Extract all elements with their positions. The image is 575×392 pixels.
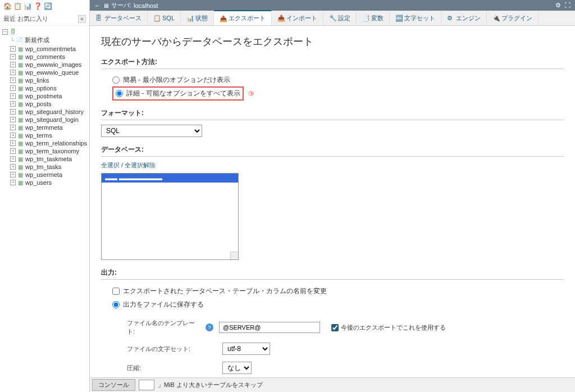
tab-設定[interactable]: 🔧設定 <box>323 11 357 25</box>
format-heading: フォーマット: <box>101 108 564 120</box>
expand-toggle[interactable]: + <box>10 46 16 52</box>
quick-radio[interactable] <box>112 76 120 84</box>
deselect-all-link[interactable]: 全選択解除 <box>125 162 156 168</box>
tree-table-item[interactable]: +▦wp_termmeta <box>1 124 88 131</box>
expand-toggle[interactable]: + <box>10 164 16 170</box>
expand-toggle[interactable]: + <box>10 125 16 130</box>
expand-toggle[interactable]: + <box>10 180 16 185</box>
home-icon[interactable]: 🏠 <box>3 2 11 10</box>
gear-icon[interactable]: ⚙ <box>555 2 561 9</box>
server-icon: 🖥 <box>103 2 109 9</box>
tree-table-item[interactable]: +▦wp_term_relationships <box>1 139 88 147</box>
tab-icon: 📊 <box>186 15 193 21</box>
expand-toggle[interactable]: + <box>10 101 16 107</box>
save-file-radio[interactable] <box>112 301 120 308</box>
annotation-3: ③ <box>248 90 254 98</box>
tree-table-item[interactable]: +▦wp_terms <box>1 131 88 139</box>
reload-icon[interactable]: 🔄 <box>44 2 52 10</box>
collapse-button[interactable]: « <box>78 15 86 23</box>
expand-toggle[interactable]: + <box>10 172 16 177</box>
tree-new[interactable]: 新規作成 <box>25 36 49 44</box>
compression-label: 圧縮: <box>127 364 200 372</box>
expand-toggle[interactable]: + <box>10 54 16 60</box>
rename-label[interactable]: エクスポートされた データベース・テーブル・カラムの名前を変更 <box>123 286 327 296</box>
expand-toggle[interactable]: + <box>10 93 16 99</box>
tab-プラグイン[interactable]: 🔌プラグイン <box>487 11 539 25</box>
tree-table-item[interactable]: +▦wp_tm_taskmeta <box>1 155 88 163</box>
mib-input[interactable] <box>139 380 154 390</box>
tab-icon: ⚙ <box>447 15 454 21</box>
tab-文字セット[interactable]: 🔤文字セット <box>390 11 441 25</box>
tab-icon: 📋 <box>153 15 160 21</box>
tab-エンジン[interactable]: ⚙エンジン <box>441 11 487 25</box>
tree-table-item[interactable]: +▦wp_term_taxonomy <box>1 147 88 155</box>
quick-label[interactable]: 簡易 - 最小限のオプションだけ表示 <box>123 75 230 85</box>
resize-handle[interactable] <box>230 252 238 259</box>
charset-label: ファイルの文字セット: <box>127 345 200 353</box>
tree-table-item[interactable]: +▦wp_commentmeta <box>1 45 88 53</box>
future-use-label[interactable]: 今後のエクスポートでこれを使用する <box>341 323 446 332</box>
charset-select[interactable]: utf-8 <box>222 343 270 355</box>
db-tree: − 🗄 └ 📄 新規作成 +▦wp_commentmeta+▦wp_commen… <box>0 26 89 392</box>
expand-toggle[interactable]: + <box>10 78 16 83</box>
console-tab[interactable]: コンソール <box>92 379 135 391</box>
export-method-heading: エクスポート方法: <box>101 57 564 69</box>
recent-label[interactable]: 最近 <box>3 15 16 22</box>
expand-toggle[interactable]: − <box>2 29 8 35</box>
tree-table-item[interactable]: +▦wp_ewwwio_images <box>1 61 88 69</box>
tab-状態[interactable]: 📊状態 <box>181 11 214 25</box>
help-icon[interactable]: ? <box>206 323 213 331</box>
rename-checkbox[interactable] <box>112 288 120 295</box>
expand-toggle[interactable]: + <box>10 133 16 138</box>
tree-table-item[interactable]: +▦wp_comments <box>1 53 88 61</box>
expand-toggle[interactable]: + <box>10 148 16 154</box>
skip-large-label: 」MiB より大きいテーブルをスキップ <box>158 381 263 389</box>
tree-table-item[interactable]: +▦wp_siteguard_login <box>1 116 88 124</box>
favorites-label[interactable]: お気に入り <box>17 15 48 22</box>
future-use-checkbox[interactable] <box>331 324 339 331</box>
tab-icon: 🔤 <box>395 15 402 21</box>
tree-table-item[interactable]: +▦wp_tm_tasks <box>1 163 88 171</box>
tree-table-item[interactable]: +▦wp_ewwwio_queue <box>1 69 88 76</box>
expand-toggle[interactable]: + <box>10 85 16 91</box>
filename-template-input[interactable] <box>219 322 320 333</box>
docs-icon[interactable]: ❓ <box>34 2 42 10</box>
expand-toggle[interactable]: + <box>10 62 16 67</box>
custom-label[interactable]: 詳細 - 可能なオプションをすべて表示 <box>126 89 240 98</box>
list-item[interactable]: ▬▬ ▬▬▬▬▬▬▬ <box>102 174 238 183</box>
tree-table-item[interactable]: +▦wp_siteguard_history <box>1 108 88 116</box>
tab-icon: 🔧 <box>329 15 336 21</box>
tree-table-item[interactable]: +▦wp_postmeta <box>1 92 88 100</box>
tree-table-item[interactable]: +▦wp_options <box>1 84 88 92</box>
expand-toggle[interactable]: + <box>10 140 16 146</box>
tab-SQL[interactable]: 📋SQL <box>148 11 181 25</box>
output-heading: 出力: <box>101 268 564 280</box>
select-all-link[interactable]: 全選択 <box>101 162 120 168</box>
expand-toggle[interactable]: + <box>10 109 16 115</box>
tree-table-item[interactable]: +▦wp_users <box>1 179 88 186</box>
sql-icon[interactable]: 📋 <box>13 2 21 10</box>
status-icon[interactable]: 📊 <box>24 2 31 10</box>
save-file-label[interactable]: 出力をファイルに保存する <box>123 300 204 309</box>
tab-icon: 📥 <box>277 15 284 21</box>
fullscreen-icon[interactable]: ⛶ <box>564 2 571 9</box>
tab-変数[interactable]: 📑変数 <box>357 11 390 25</box>
server-header: ← 🖥 サーバ: localhost ⚙ ⛶ <box>90 0 575 11</box>
tab-icon: 📤 <box>220 15 226 22</box>
tree-table-item[interactable]: +▦wp_posts <box>1 100 88 108</box>
page-title: 現在のサーバからデータベースをエクスポート <box>101 35 564 48</box>
expand-toggle[interactable]: + <box>10 156 16 162</box>
tree-table-item[interactable]: +▦wp_links <box>1 76 88 84</box>
tab-インポート[interactable]: 📥インポート <box>272 11 323 25</box>
format-select[interactable]: SQL <box>101 125 202 137</box>
expand-toggle[interactable]: + <box>10 117 16 122</box>
expand-toggle[interactable]: + <box>10 70 16 75</box>
compression-select[interactable]: なし <box>222 362 252 374</box>
tab-エクスポート[interactable]: 📤エクスポート <box>214 10 272 25</box>
custom-radio[interactable] <box>116 90 123 97</box>
databases-heading: データベース: <box>101 145 564 157</box>
database-listbox[interactable]: ▬▬ ▬▬▬▬▬▬▬ <box>101 173 239 260</box>
tree-table-item[interactable]: +▦wp_usermeta <box>1 171 88 179</box>
sidebar-toolbar: 🏠 📋 📊 ❓ 🔄 <box>0 0 89 12</box>
tab-データベース[interactable]: 🗄データベース <box>90 11 148 25</box>
